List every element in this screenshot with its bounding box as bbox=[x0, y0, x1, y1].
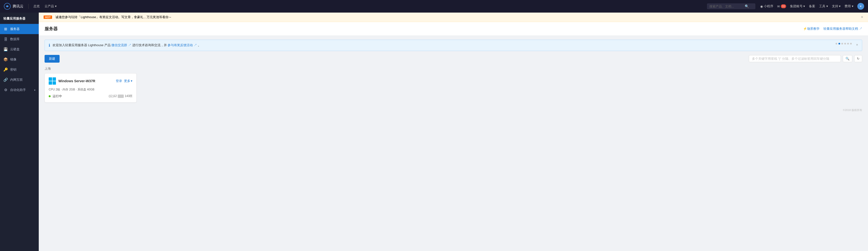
info-text-suffix: 。 bbox=[198, 43, 201, 47]
sidebar-item-mirror[interactable]: 📦 镜像 bbox=[0, 55, 39, 65]
avatar-arrow: ▾ bbox=[860, 5, 862, 8]
info-text-prefix: 欢迎加入轻量应用服务器 Lighthouse 产品 bbox=[53, 43, 111, 47]
server-ip: (公)12 ····· 143匝 bbox=[109, 94, 132, 98]
page-title: 服务器 bbox=[44, 26, 803, 32]
info-link2[interactable]: 参与有奖反馈活动 ↗ bbox=[167, 43, 197, 47]
info-pagination-dots bbox=[836, 43, 852, 44]
nav-overview[interactable]: 总览 bbox=[33, 4, 40, 8]
sidebar-label-key: 密钥 bbox=[10, 68, 17, 72]
server-name: Windows Server-W37R bbox=[58, 79, 113, 83]
server-actions: 登录 更多 ▾ bbox=[116, 79, 132, 83]
nav-cloud-products[interactable]: 云产品 ▾ bbox=[44, 4, 57, 8]
new-server-button[interactable]: 新建 bbox=[44, 55, 60, 63]
fee-btn[interactable]: 费用 ▾ bbox=[844, 4, 854, 8]
sidebar-label-database: 数据库 bbox=[10, 37, 20, 41]
region-label: 上海 bbox=[44, 67, 862, 71]
group-account-btn[interactable]: 集团账号 ▾ bbox=[790, 4, 805, 8]
mail-btn[interactable]: ✉ 11 bbox=[777, 4, 786, 8]
database-icon: 🗄 bbox=[3, 37, 8, 41]
info-box: ℹ 欢迎加入轻量应用服务器 Lighthouse 产品 微信交流群 ↗ 进行技术… bbox=[44, 40, 862, 51]
dot-3 bbox=[841, 43, 843, 44]
info-close-btn[interactable]: × bbox=[856, 43, 858, 47]
dot-4 bbox=[844, 43, 846, 44]
logo-text: 腾讯云 bbox=[12, 4, 24, 9]
mirror-icon: 📦 bbox=[3, 57, 8, 62]
server-icon: ⊞ bbox=[3, 27, 8, 31]
server-status-row: 运行中 (公)12 ····· 143匝 bbox=[49, 94, 132, 99]
global-search[interactable]: 🔍 bbox=[707, 3, 755, 9]
avatar[interactable]: ▾ bbox=[857, 3, 864, 10]
auto-expand-icon: ▾ bbox=[34, 89, 35, 92]
info-icon: ℹ bbox=[49, 43, 50, 48]
info-text-mid: 进行技术咨询和交流，并 bbox=[132, 43, 167, 47]
refresh-button[interactable]: ↻ bbox=[854, 55, 862, 62]
backup-btn[interactable]: 备案 bbox=[809, 4, 815, 8]
server-card[interactable]: Windows Server-W37R 登录 更多 ▾ CPU 2核 · 内存 … bbox=[44, 73, 136, 103]
sidebar-item-key[interactable]: 🔑 密钥 bbox=[0, 65, 39, 75]
windows-os-icon bbox=[49, 77, 56, 85]
dot-6 bbox=[850, 43, 852, 44]
mini-program-icon: ◉ bbox=[760, 5, 763, 8]
search-icon: 🔍 bbox=[745, 4, 749, 8]
sidebar-label-network: 内网互联 bbox=[10, 78, 23, 82]
sidebar-label-server: 服务器 bbox=[10, 27, 20, 31]
nav-divider bbox=[28, 4, 29, 9]
more-arrow-icon: ▾ bbox=[131, 79, 132, 83]
filter-search-button[interactable]: 🔍 bbox=[843, 55, 852, 62]
sidebar-item-network[interactable]: 🔗 内网互联 bbox=[0, 75, 39, 85]
banner-close-btn[interactable]: × bbox=[861, 15, 863, 19]
server-status-text: 运行中 bbox=[53, 94, 62, 99]
sidebar-item-database[interactable]: 🗄 数据库 bbox=[0, 34, 39, 44]
mail-badge: 11 bbox=[781, 4, 786, 8]
main-content: HOT 诚邀您参与玩转「Lighthouse」有奖征文活动。写文章，拿豪礼，万元… bbox=[39, 12, 868, 251]
page-header: 服务器 ⚡场景教学 轻量应用服务器帮助文档 ↗ bbox=[39, 22, 868, 36]
ip-suffix: 143匝 bbox=[125, 94, 132, 98]
filter-input[interactable] bbox=[749, 55, 841, 62]
sidebar-label-mirror: 镜像 bbox=[10, 57, 17, 62]
top-right-actions: ◉ 小程序 ✉ 11 集团账号 ▾ 备案 工具 ▾ 支持 ▾ 费用 ▾ ▾ bbox=[760, 3, 864, 10]
scene-teach-link[interactable]: ⚡场景教学 bbox=[803, 27, 819, 31]
announcement-banner: HOT 诚邀您参与玩转「Lighthouse」有奖征文活动。写文章，拿豪礼，万元… bbox=[39, 12, 868, 22]
mini-program-label: 小程序 bbox=[764, 4, 773, 8]
ip-prefix: (公)12 bbox=[109, 94, 117, 98]
server-card-header: Windows Server-W37R 登录 更多 ▾ bbox=[49, 77, 132, 85]
more-label: 更多 bbox=[124, 79, 130, 83]
sidebar-title: 轻量应用服务器 bbox=[0, 12, 39, 24]
sidebar-item-disk[interactable]: 💾 云硬盘 bbox=[0, 44, 39, 55]
page-header-actions: ⚡场景教学 轻量应用服务器帮助文档 ↗ bbox=[803, 27, 862, 31]
server-login-btn[interactable]: 登录 bbox=[116, 79, 122, 83]
server-spec: CPU 2核 · 内存 2GB · 系统盘 40GB bbox=[49, 87, 132, 92]
svg-point-1 bbox=[6, 6, 8, 7]
disk-icon: 💾 bbox=[3, 47, 8, 51]
info-link1[interactable]: 微信交流群 ↗ bbox=[112, 43, 131, 47]
logo[interactable]: 腾讯云 bbox=[4, 3, 24, 10]
status-dot-running bbox=[49, 95, 51, 97]
mini-program-btn[interactable]: ◉ 小程序 bbox=[760, 4, 773, 8]
page-footer: ©2018 版权所有 bbox=[39, 106, 868, 114]
dot-2 bbox=[838, 43, 840, 44]
server-more-btn[interactable]: 更多 ▾ bbox=[124, 79, 132, 83]
search-filter: 🔍 ↻ bbox=[62, 55, 862, 62]
footer-text: ©2018 版权所有 bbox=[843, 109, 862, 111]
sidebar: 轻量应用服务器 ⊞ 服务器 🗄 数据库 💾 云硬盘 📦 镜像 🔑 密钥 🔗 内网… bbox=[0, 12, 39, 251]
sidebar-item-server[interactable]: ⊞ 服务器 bbox=[0, 24, 39, 34]
sidebar-label-auto: 自动化助手 bbox=[10, 88, 26, 92]
network-icon: 🔗 bbox=[3, 78, 8, 82]
support-btn[interactable]: 支持 ▾ bbox=[832, 4, 841, 8]
tools-btn[interactable]: 工具 ▾ bbox=[819, 4, 828, 8]
key-icon: 🔑 bbox=[3, 68, 8, 72]
content-area: ℹ 欢迎加入轻量应用服务器 Lighthouse 产品 微信交流群 ↗ 进行技术… bbox=[39, 36, 868, 106]
dot-5 bbox=[847, 43, 849, 44]
dot-1 bbox=[836, 43, 837, 44]
sidebar-item-auto[interactable]: ⚙ 自动化助手 ▾ bbox=[0, 85, 39, 95]
sidebar-label-disk: 云硬盘 bbox=[10, 47, 20, 51]
auto-icon: ⚙ bbox=[3, 88, 8, 92]
search-input[interactable] bbox=[709, 5, 743, 8]
hot-badge: HOT bbox=[43, 15, 52, 19]
info-text: 欢迎加入轻量应用服务器 Lighthouse 产品 微信交流群 ↗ 进行技术咨询… bbox=[53, 43, 833, 48]
banner-text: 诚邀您参与玩转「Lighthouse」有奖征文活动。写文章，拿豪礼，万元奖池等着… bbox=[56, 15, 172, 19]
toolbar: 新建 🔍 ↻ bbox=[44, 55, 862, 63]
doc-link[interactable]: 轻量应用服务器帮助文档 ↗ bbox=[824, 27, 862, 31]
ip-masked: ····· bbox=[118, 95, 124, 98]
mail-icon: ✉ bbox=[777, 5, 780, 8]
